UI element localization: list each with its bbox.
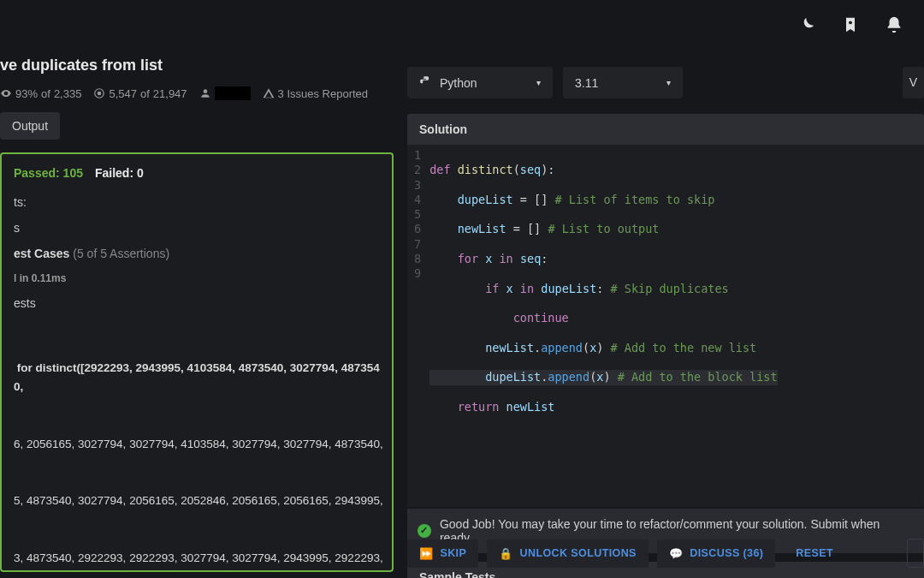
failed-count: Failed: 0 [95,166,144,180]
submit-edge[interactable] [907,539,924,568]
unlock-solutions-button[interactable]: 🔒UNLOCK SOLUTIONS [487,539,649,568]
random-tests-heading: ests [14,296,385,310]
selector-row: Python ▾ 3.11 ▾ V [407,67,924,98]
code-body[interactable]: def distinct(seq): dupeList = [] # List … [429,148,784,504]
test-summary: Passed: 105 Failed: 0 [14,166,385,180]
avatar [215,86,251,100]
forward-icon: ⏩ [419,547,433,560]
basic-tests-heading: est Cases (5 of 5 Assertions) [14,247,385,260]
satisfaction-stat: 93% of 2,335 [0,87,81,100]
test-log: for distinct([2922293, 2943995, 4103584,… [14,322,385,572]
editor-column: Python ▾ 3.11 ▾ V Solution 123456789 def… [407,67,924,578]
topbar [797,0,924,51]
tests-heading: ts: [14,195,385,209]
chat-icon: 💬 [669,547,683,560]
author-chip[interactable] [199,86,251,100]
bookmark-icon[interactable] [842,15,859,37]
svg-point-2 [98,92,102,96]
language-selector[interactable]: Python ▾ [407,67,553,98]
chevron-down-icon: ▾ [666,78,671,87]
moon-icon[interactable] [797,15,816,37]
vim-toggle[interactable]: V [903,67,924,98]
kata-header: ve duplicates from list 93% of 2,335 5,5… [0,57,394,140]
python-icon [419,75,431,90]
issues-link[interactable]: 3 Issues Reported [263,87,369,100]
check-icon: ✓ [418,524,431,538]
lock-icon: 🔒 [499,547,512,560]
output-tab[interactable]: Output [0,112,60,140]
page-title: ve duplicates from list [0,57,394,74]
output-panel: Passed: 105 Failed: 0 ts: s est Cases (5… [0,152,394,572]
sub-letter: s [14,221,385,235]
reset-button[interactable]: RESET [784,539,845,567]
solution-editor[interactable]: 123456789 def distinct(seq): dupeList = … [407,145,924,507]
completions-stat: 5,547 of 21,947 [93,87,187,100]
chevron-down-icon: ▾ [536,78,541,87]
action-bar: ⏩SKIP 🔒UNLOCK SOLUTIONS 💬DISCUSS (36) RE… [407,539,924,568]
line-gutter: 123456789 [407,148,429,504]
kata-stats: 93% of 2,335 5,547 of 21,947 3 Issues Re… [0,86,394,100]
bell-icon[interactable] [885,15,903,37]
timing: l in 0.11ms [14,272,385,284]
passed-count: Passed: 105 [14,166,83,180]
solution-panel: Solution 123456789 def distinct(seq): du… [407,114,924,507]
skip-button[interactable]: ⏩SKIP [407,539,478,568]
solution-header: Solution [407,114,924,145]
discuss-button[interactable]: 💬DISCUSS (36) [657,539,775,568]
version-selector[interactable]: 3.11 ▾ [563,67,683,98]
